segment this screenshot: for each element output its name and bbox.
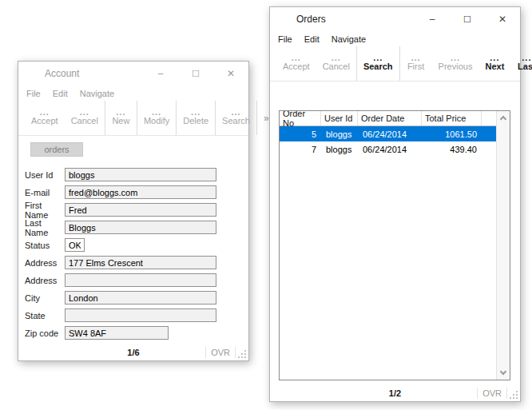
ellipsis-icon: ... bbox=[411, 54, 421, 62]
field-input[interactable] bbox=[65, 168, 216, 181]
toolbar-button-label: Cancel bbox=[71, 116, 98, 126]
orders-titlebar[interactable]: Orders – ☐ ✕ bbox=[270, 7, 520, 31]
toolbar-button[interactable]: ... Delete bbox=[177, 101, 216, 135]
account-titlebar[interactable]: Account – ☐ ✕ bbox=[18, 62, 248, 86]
toolbar-button-label: Previous bbox=[439, 62, 473, 72]
toolbar-button[interactable]: ... Next bbox=[478, 46, 510, 81]
cell-total-price: 1061.50 bbox=[422, 129, 482, 139]
form-row: Address bbox=[25, 273, 248, 287]
cell-total-price: 439.40 bbox=[422, 145, 482, 154]
toolbar-button[interactable]: ... Last bbox=[510, 46, 532, 81]
cell-order-no: 7 bbox=[280, 145, 321, 154]
maximize-button[interactable]: ☐ bbox=[450, 7, 485, 31]
form-row: Zip code bbox=[25, 326, 248, 340]
form-row: First Name bbox=[25, 203, 248, 217]
toolbar-button[interactable]: ... New bbox=[105, 101, 137, 135]
field-input[interactable] bbox=[65, 256, 216, 269]
menu-item[interactable]: File bbox=[278, 34, 292, 44]
cell-order-date: 06/24/2014 bbox=[358, 145, 422, 154]
menu-item[interactable]: Navigate bbox=[80, 89, 114, 98]
menu-item[interactable]: Edit bbox=[53, 89, 68, 98]
table-body: 5 bloggs 06/24/2014 1061.50 7 bloggs 06/… bbox=[280, 126, 496, 157]
toolbar-button-label: Modify bbox=[144, 116, 169, 126]
field-input[interactable] bbox=[65, 308, 216, 322]
toolbar-button-label: New bbox=[112, 116, 129, 126]
field-label: E-mail bbox=[25, 188, 65, 197]
account-statusbar: 1/6 OVR bbox=[18, 344, 248, 360]
toolbar-button-label: Search bbox=[363, 62, 393, 72]
toolbar-button[interactable]: ... Accept bbox=[25, 101, 65, 135]
toolbar-button[interactable]: ... Accept bbox=[276, 46, 316, 81]
toolbar-button[interactable]: ... Previous bbox=[432, 46, 479, 81]
resize-grip[interactable] bbox=[510, 391, 518, 399]
table-header-row: Order No User Id Order Date Total Price bbox=[280, 111, 496, 126]
column-header-total-price[interactable]: Total Price bbox=[422, 111, 482, 125]
app-monitor-icon bbox=[279, 14, 290, 25]
table-row[interactable]: 7 bloggs 06/24/2014 439.40 bbox=[280, 141, 496, 157]
orders-button[interactable]: orders bbox=[30, 142, 83, 157]
scroll-down-icon[interactable] bbox=[500, 368, 506, 375]
ellipsis-icon: ... bbox=[191, 109, 200, 116]
account-window: Account – ☐ ✕ File Edit Navigate ... Acc… bbox=[18, 61, 249, 361]
field-input[interactable] bbox=[65, 238, 85, 252]
column-header-order-date[interactable]: Order Date bbox=[358, 111, 422, 125]
field-input[interactable] bbox=[65, 203, 216, 217]
ellipsis-icon: ... bbox=[490, 54, 499, 62]
form-row: User Id bbox=[25, 168, 248, 181]
resize-grip[interactable] bbox=[238, 350, 246, 358]
field-input[interactable] bbox=[65, 273, 216, 287]
orders-window: Orders – ☐ ✕ File Edit Navigate ... Acce… bbox=[269, 6, 521, 402]
toolbar-button[interactable]: ... Cancel bbox=[316, 46, 357, 81]
ellipsis-icon: ... bbox=[332, 54, 341, 62]
ellipsis-icon: ... bbox=[373, 54, 383, 62]
toolbar-button-label: Accept bbox=[31, 116, 58, 126]
toolbar-button-label: Delete bbox=[183, 116, 208, 126]
vertical-scrollbar[interactable] bbox=[496, 111, 510, 380]
app-monitor-icon bbox=[27, 69, 38, 79]
ellipsis-icon: ... bbox=[451, 54, 460, 62]
field-input[interactable] bbox=[65, 291, 216, 305]
menu-item[interactable]: File bbox=[26, 89, 41, 98]
field-label: Last Name bbox=[25, 218, 65, 237]
toolbar-button-label: First bbox=[407, 62, 424, 72]
field-label: State bbox=[25, 311, 65, 320]
form-row: City bbox=[25, 291, 248, 305]
minimize-button[interactable]: – bbox=[143, 62, 178, 86]
window-controls: – ☐ ✕ bbox=[415, 7, 520, 31]
menu-item[interactable]: Navigate bbox=[332, 34, 366, 44]
field-label: City bbox=[25, 293, 65, 303]
toolbar-button[interactable]: ... Modify bbox=[137, 101, 177, 135]
close-button[interactable]: ✕ bbox=[213, 62, 248, 86]
table-row[interactable]: 5 bloggs 06/24/2014 1061.50 bbox=[280, 126, 496, 141]
maximize-button[interactable]: ☐ bbox=[178, 62, 213, 86]
toolbar-button[interactable]: ... Cancel bbox=[65, 101, 105, 135]
toolbar-button[interactable]: ... First bbox=[400, 46, 432, 81]
close-button[interactable]: ✕ bbox=[485, 7, 520, 31]
form-row: Status bbox=[25, 238, 248, 252]
form-row: Last Name bbox=[25, 221, 248, 234]
window-title: Account bbox=[45, 68, 79, 79]
menu-item[interactable]: Edit bbox=[304, 34, 320, 44]
field-input[interactable] bbox=[65, 221, 216, 234]
toolbar-button[interactable]: ... Search bbox=[216, 101, 257, 135]
ellipsis-icon: ... bbox=[231, 109, 240, 116]
field-input[interactable] bbox=[65, 185, 216, 199]
column-header-user-id[interactable]: User Id bbox=[321, 111, 358, 125]
field-input[interactable] bbox=[65, 326, 169, 340]
cell-user-id: bloggs bbox=[321, 129, 358, 139]
field-label: Address bbox=[25, 258, 65, 268]
toolbar-button[interactable]: ... Search bbox=[357, 46, 400, 81]
form-row: State bbox=[25, 308, 248, 322]
form-row: Address bbox=[25, 256, 248, 269]
cell-order-no: 5 bbox=[280, 129, 321, 139]
scroll-up-icon[interactable] bbox=[500, 116, 506, 122]
field-label: First Name bbox=[25, 201, 65, 220]
account-toolbar: ... Accept ... Cancel ... New ... Modify bbox=[18, 101, 248, 136]
overwrite-mode-badge: OVR bbox=[205, 347, 236, 358]
column-header-order-no[interactable]: Order No bbox=[280, 111, 321, 125]
toolbar-button-label: Accept bbox=[283, 62, 310, 72]
window-title: Orders bbox=[296, 14, 326, 25]
minimize-button[interactable]: – bbox=[415, 7, 450, 31]
ellipsis-icon: ... bbox=[80, 109, 89, 116]
orders-statusbar: 1/2 OVR bbox=[270, 385, 520, 401]
